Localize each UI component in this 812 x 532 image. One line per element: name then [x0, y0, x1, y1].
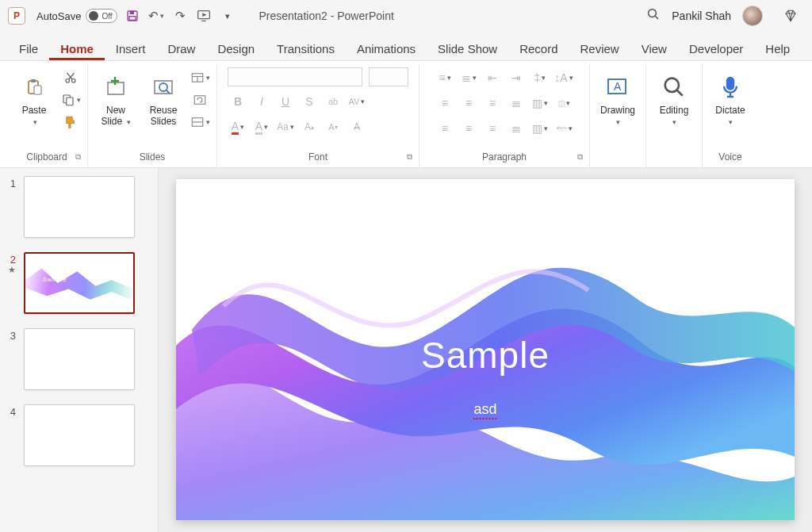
qat-customize-button[interactable]: ▾	[219, 7, 236, 25]
reuse-slides-button[interactable]: Reuse Slides	[142, 67, 185, 128]
align-text-button[interactable]: ⎅▾	[553, 93, 574, 113]
shadow-button[interactable]: ab	[323, 91, 343, 112]
char-spacing-button[interactable]: AV▾	[347, 91, 367, 112]
tab-help[interactable]: Help	[754, 36, 801, 60]
font-group-label: Font	[308, 151, 327, 163]
font-launcher-icon[interactable]: ⧉	[407, 152, 412, 162]
editing-label: Editing	[660, 105, 689, 116]
thumb-preview-1[interactable]	[24, 176, 135, 238]
tab-draw[interactable]: Draw	[156, 36, 206, 60]
tab-view[interactable]: View	[630, 36, 678, 60]
thumb-preview-3[interactable]	[24, 328, 135, 390]
grow-font-button[interactable]: A▴	[299, 117, 320, 137]
thumbnail-2[interactable]: 2 ★ Sample	[5, 252, 148, 314]
search-icon[interactable]	[646, 7, 661, 25]
tab-transitions[interactable]: Transitions	[266, 36, 346, 60]
drawing-button[interactable]: A Drawing▾	[596, 67, 639, 128]
italic-button[interactable]: I	[251, 91, 272, 112]
tab-record[interactable]: Record	[508, 36, 569, 60]
thumb-preview-2[interactable]: Sample	[24, 252, 135, 314]
tab-review[interactable]: Review	[569, 36, 630, 60]
svg-rect-1	[130, 11, 134, 14]
tab-animations[interactable]: Animations	[346, 36, 427, 60]
underline-button[interactable]: U	[275, 91, 296, 112]
highlight-button[interactable]: A▾	[251, 117, 272, 137]
redo-button[interactable]: ↷	[171, 7, 189, 25]
slide-area[interactable]: Sample asd	[159, 168, 812, 532]
format-painter-button[interactable]	[60, 112, 81, 132]
align-center-button-2[interactable]: ≡	[458, 118, 479, 139]
indent-decrease-button[interactable]: ⇤	[482, 67, 503, 88]
avatar[interactable]	[742, 6, 763, 26]
slide-subtitle-text: asd	[473, 401, 496, 419]
diamond-icon[interactable]	[782, 7, 799, 25]
align-right-button[interactable]: ≡	[482, 93, 503, 113]
paste-button[interactable]: Paste▾	[13, 67, 56, 128]
copy-button[interactable]: ▾	[60, 90, 81, 110]
group-font: B I U S ab AV▾ A▾ A▾ Aa▾ A▴ A▾ A̶ Font⧉	[216, 64, 419, 167]
clear-formatting-button[interactable]: A̶	[347, 117, 367, 137]
numbering-button[interactable]: ≣▾	[458, 67, 479, 88]
tab-slideshow[interactable]: Slide Show	[427, 36, 508, 60]
dictate-label: Dictate	[715, 105, 745, 116]
columns-button[interactable]: ▥▾	[530, 93, 550, 113]
autosave: AutoSave Off	[36, 9, 117, 23]
tab-file[interactable]: File	[8, 36, 49, 60]
workspace: 1 2 ★ Sample 3 4	[0, 168, 812, 532]
cut-button[interactable]	[60, 67, 81, 88]
dictate-button[interactable]: Dictate▾	[709, 67, 752, 128]
clipboard-group-label: Clipboard	[26, 151, 67, 163]
new-slide-button[interactable]: New Slide ▾	[94, 67, 137, 128]
thumbnail-4[interactable]: 4	[5, 404, 148, 466]
text-direction-button[interactable]: ↕A▾	[553, 67, 574, 88]
ribbon: Paste▾ ▾ Clipboard⧉ New S	[0, 60, 812, 168]
tab-developer[interactable]: Developer	[678, 36, 754, 60]
indent-increase-button[interactable]: ⇥	[506, 67, 527, 88]
slide-canvas[interactable]: Sample asd	[176, 179, 795, 520]
section-button[interactable]: ▾	[190, 112, 210, 132]
justify-button-2[interactable]: ≣	[506, 118, 527, 139]
paragraph-group-label: Paragraph	[482, 151, 527, 163]
thumbnail-3[interactable]: 3	[5, 328, 148, 390]
columns-button-2[interactable]: ▥▾	[530, 118, 550, 139]
tab-insert[interactable]: Insert	[105, 36, 157, 60]
change-case-button[interactable]: Aa▾	[275, 117, 296, 137]
undo-button[interactable]: ↶▾	[147, 7, 165, 25]
reset-button[interactable]	[190, 90, 210, 110]
slide-title[interactable]: Sample	[421, 334, 550, 377]
align-left-button[interactable]: ≡	[435, 93, 455, 113]
strikethrough-button[interactable]: S	[299, 91, 320, 112]
thumb-num-2: 2	[5, 252, 16, 266]
autosave-label: AutoSave	[36, 10, 81, 22]
layout-button[interactable]: ▾	[190, 67, 210, 88]
thumbnail-pane[interactable]: 1 2 ★ Sample 3 4	[0, 168, 159, 532]
save-icon[interactable]	[124, 7, 141, 25]
title-bar: P AutoSave Off ↶▾ ↷ ▾ Presentation2 - Po…	[0, 0, 812, 32]
tab-design[interactable]: Design	[206, 36, 266, 60]
editing-button[interactable]: Editing▾	[653, 67, 695, 128]
start-from-beginning-button[interactable]	[195, 7, 213, 25]
svg-point-19	[159, 83, 167, 91]
align-left-button-2[interactable]: ≡	[435, 118, 455, 139]
shrink-font-button[interactable]: A▾	[323, 117, 343, 137]
font-size-combo[interactable]	[369, 67, 408, 86]
line-spacing-button[interactable]: ‡▾	[530, 67, 550, 88]
clipboard-launcher-icon[interactable]: ⧉	[75, 152, 81, 162]
convert-smartart-button[interactable]: ⬳▾	[553, 118, 574, 139]
paragraph-launcher-icon[interactable]: ⧉	[577, 152, 583, 162]
bold-button[interactable]: B	[228, 91, 248, 112]
autosave-toggle[interactable]: Off	[86, 9, 117, 23]
align-right-button-2[interactable]: ≡	[482, 118, 503, 139]
tab-home[interactable]: Home	[49, 36, 105, 60]
svg-rect-9	[31, 79, 36, 82]
font-color-button[interactable]: A▾	[228, 117, 248, 137]
align-center-button[interactable]: ≡	[458, 93, 479, 113]
svg-rect-14	[66, 98, 72, 105]
thumbnail-1[interactable]: 1	[5, 176, 148, 238]
justify-button[interactable]: ≣	[506, 93, 527, 113]
font-family-combo[interactable]	[228, 67, 362, 86]
bullets-button[interactable]: ≡▾	[435, 67, 455, 88]
thumb-preview-4[interactable]	[24, 404, 135, 466]
slide-subtitle[interactable]: asd	[473, 401, 496, 418]
svg-rect-10	[34, 86, 41, 94]
